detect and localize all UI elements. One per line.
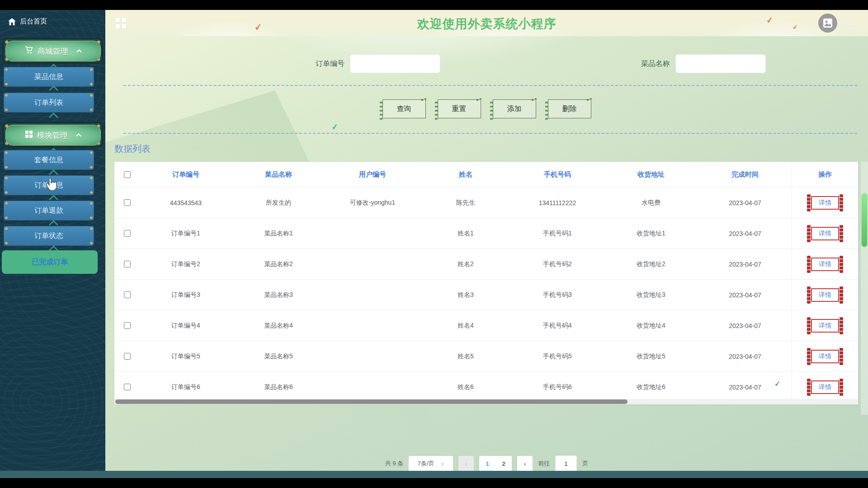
cell-dish: 菜品名称3 bbox=[232, 291, 325, 299]
cell-name: 姓名3 bbox=[420, 291, 511, 299]
table-header-row: 订单编号 菜品名称 用户编号 姓名 手机号码 收货地址 完成时间 操作 bbox=[114, 162, 858, 188]
select-all-checkbox[interactable] bbox=[124, 171, 131, 178]
cell-address: 收货地址2 bbox=[604, 260, 698, 268]
sidebar-item-label: 菜品信息 bbox=[34, 72, 63, 82]
sidebar-item-combo-info[interactable]: 套餐信息 bbox=[4, 150, 94, 170]
cell-time: 2023-04-07 bbox=[698, 291, 792, 299]
cell-phone: 手机号码5 bbox=[511, 352, 604, 361]
row-checkbox[interactable] bbox=[124, 291, 131, 298]
detail-button[interactable]: 详情 bbox=[811, 227, 839, 240]
bird-decoration-icon: ✔ bbox=[330, 122, 339, 132]
sidebar-item-label: 订单信息 bbox=[34, 181, 63, 190]
col-order-no: 订单编号 bbox=[140, 170, 232, 179]
add-button[interactable]: 添加 bbox=[493, 99, 536, 118]
cell-name: 陈先生 bbox=[420, 199, 511, 207]
sidebar-item-label: 订单列表 bbox=[34, 98, 63, 108]
detail-button[interactable]: 详情 bbox=[811, 196, 839, 210]
bottom-teal-band bbox=[0, 471, 868, 478]
cell-name: 姓名6 bbox=[420, 383, 511, 391]
cell-order-no: 订单编号6 bbox=[140, 383, 232, 391]
sidebar-group-label: 模块管理 bbox=[37, 130, 68, 141]
sidebar: 后台首页 商城管理 菜品信息 bbox=[0, 10, 105, 471]
cell-name: 姓名1 bbox=[420, 230, 511, 238]
horizontal-scrollbar-track[interactable] bbox=[114, 399, 858, 404]
row-checkbox[interactable] bbox=[124, 230, 131, 237]
table-row: 订单编号4 菜品名称4 姓名4 手机号码4 收货地址4 2023-04-07 详… bbox=[114, 310, 858, 341]
grid-icon bbox=[25, 131, 33, 140]
home-icon bbox=[8, 18, 16, 25]
cell-phone: 13411112222 bbox=[511, 199, 604, 206]
col-user-no: 用户编号 bbox=[325, 170, 420, 179]
sidebar-group-mall[interactable]: 商城管理 bbox=[3, 38, 103, 63]
page-button-2[interactable]: 2 bbox=[495, 456, 512, 471]
header-checkbox-cell bbox=[114, 170, 140, 179]
sidebar-item-label: 订单退款 bbox=[34, 206, 63, 216]
user-name: 员工 bbox=[842, 19, 855, 28]
row-checkbox[interactable] bbox=[124, 353, 131, 360]
row-checkbox[interactable] bbox=[124, 199, 131, 206]
page-size-select[interactable]: 7条/页 ∨ bbox=[409, 456, 453, 471]
cell-name: 姓名5 bbox=[420, 352, 511, 361]
avatar bbox=[818, 14, 837, 33]
delete-button[interactable]: 删除 bbox=[548, 99, 591, 118]
col-address: 收货地址 bbox=[604, 170, 698, 179]
detail-button[interactable]: 详情 bbox=[811, 380, 839, 394]
row-checkbox[interactable] bbox=[124, 384, 131, 390]
detail-button[interactable]: 详情 bbox=[811, 350, 839, 363]
sidebar-item-dish-info[interactable]: 菜品信息 bbox=[4, 67, 94, 87]
sidebar-item-label: 订单状态 bbox=[34, 231, 63, 241]
row-checkbox[interactable] bbox=[124, 261, 131, 267]
cell-address: 收货地址4 bbox=[604, 322, 698, 330]
horizontal-scrollbar-thumb[interactable] bbox=[115, 399, 627, 404]
cell-name: 姓名4 bbox=[420, 322, 511, 330]
page-button-1[interactable]: 1 bbox=[479, 456, 495, 471]
cell-dish: 菜品名称6 bbox=[232, 383, 325, 391]
order-no-input[interactable] bbox=[350, 54, 440, 73]
sidebar-home-link[interactable]: 后台首页 bbox=[8, 17, 47, 26]
detail-button[interactable]: 详情 bbox=[811, 258, 839, 271]
table-row: 订单编号5 菜品名称5 姓名5 手机号码5 收货地址5 2023-04-07 详… bbox=[114, 341, 858, 372]
goto-page-input[interactable] bbox=[555, 455, 577, 471]
cell-order-no: 订单编号5 bbox=[140, 352, 232, 361]
dashed-divider bbox=[123, 85, 857, 86]
query-button[interactable]: 查询 bbox=[382, 99, 426, 118]
cell-address: 水电费 bbox=[604, 199, 698, 207]
main-header: 欢迎使用外卖系统小程序 ✔ ✔ ✔ 员工 bbox=[105, 10, 868, 36]
sidebar-item-order-info[interactable]: 订单信息 bbox=[4, 175, 94, 195]
next-page-button[interactable]: › bbox=[517, 456, 533, 471]
detail-button[interactable]: 详情 bbox=[811, 319, 839, 333]
cell-time: 2023-04-07 bbox=[698, 384, 792, 391]
page-numbers: 1 2 bbox=[479, 456, 512, 471]
sidebar-item-order-refund[interactable]: 订单退款 bbox=[4, 201, 94, 221]
prev-page-button[interactable]: ‹ bbox=[458, 456, 474, 471]
cell-phone: 手机号码6 bbox=[511, 383, 604, 391]
cell-phone: 手机号码2 bbox=[511, 260, 604, 268]
cell-user-no: 可修改-yonghu1 bbox=[325, 199, 420, 207]
table-row: 订单编号3 菜品名称3 姓名3 手机号码3 收货地址3 2023-04-07 详… bbox=[114, 280, 858, 310]
row-checkbox[interactable] bbox=[124, 322, 131, 329]
sidebar-group-module[interactable]: 模块管理 bbox=[3, 122, 103, 147]
page-title: 欢迎使用外卖系统小程序 bbox=[105, 16, 868, 32]
sidebar-item-order-status[interactable]: 订单状态 bbox=[4, 226, 94, 246]
section-title: 数据列表 bbox=[114, 143, 151, 155]
main-area: 欢迎使用外卖系统小程序 ✔ ✔ ✔ 员工 ✔ ✔ 订单编号 bbox=[105, 10, 868, 471]
table-row: 订单编号2 菜品名称2 姓名2 手机号码2 收货地址2 2023-04-07 详… bbox=[114, 249, 858, 280]
cell-order-no: 443543543 bbox=[140, 199, 232, 206]
sidebar-item-completed-orders[interactable]: 已完成订单 bbox=[2, 250, 98, 274]
sidebar-item-label: 已完成订单 bbox=[32, 258, 68, 267]
cell-time: 2023-04-07 bbox=[698, 261, 792, 268]
reset-button[interactable]: 重置 bbox=[438, 99, 481, 118]
sidebar-item-label: 套餐信息 bbox=[34, 155, 63, 165]
cell-dish: 所发生的 bbox=[232, 199, 325, 207]
sidebar-home-label: 后台首页 bbox=[20, 17, 47, 26]
user-menu[interactable]: 员工 bbox=[818, 14, 855, 33]
vertical-scrollbar-thumb[interactable] bbox=[862, 193, 867, 247]
sidebar-item-order-list[interactable]: 订单列表 bbox=[4, 93, 94, 113]
cell-phone: 手机号码4 bbox=[511, 322, 604, 330]
cell-phone: 手机号码1 bbox=[511, 230, 604, 238]
goto-label: 前往 bbox=[538, 460, 550, 468]
col-name: 姓名 bbox=[420, 170, 511, 179]
dish-name-input[interactable] bbox=[675, 54, 766, 73]
cell-phone: 手机号码3 bbox=[511, 291, 604, 299]
detail-button[interactable]: 详情 bbox=[811, 288, 839, 302]
